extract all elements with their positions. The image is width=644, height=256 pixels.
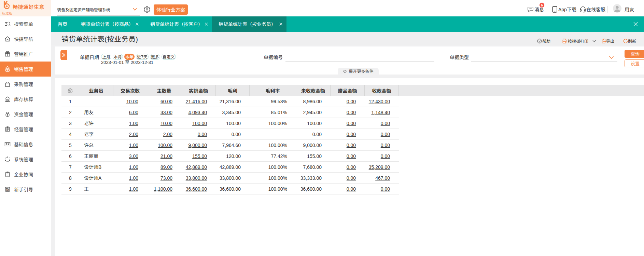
svg-text:新: 新 — [6, 187, 9, 192]
